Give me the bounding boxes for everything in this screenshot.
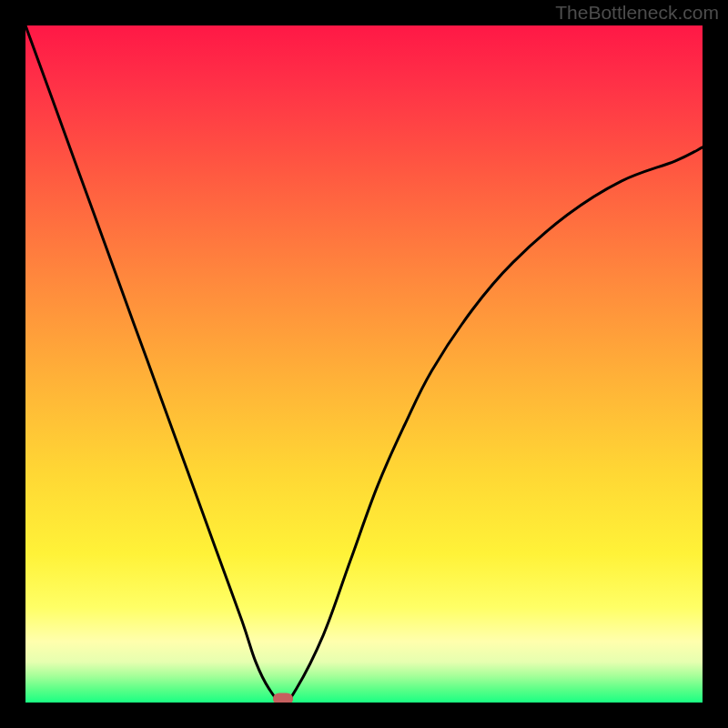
bottleneck-curve (25, 25, 703, 703)
chart-frame: TheBottleneck.com (0, 0, 728, 728)
plot-area (25, 25, 703, 703)
curve-path (25, 25, 703, 703)
optimal-marker (273, 693, 293, 703)
watermark-text: TheBottleneck.com (555, 2, 719, 24)
